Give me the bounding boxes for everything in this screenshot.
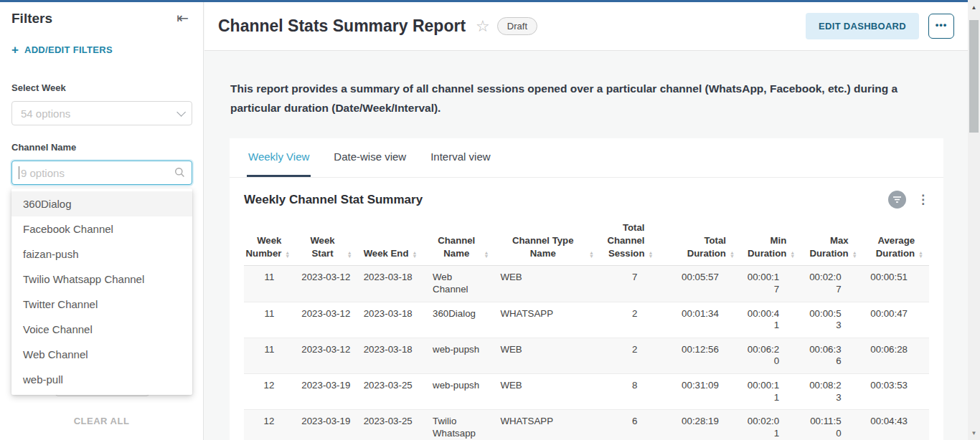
tab-weekly-view[interactable]: Weekly View — [247, 138, 311, 177]
select-week-dropdown[interactable]: 54 options — [11, 101, 192, 125]
scrollbar-thumb[interactable] — [969, 20, 979, 133]
column-header[interactable]: Week End▲▼ — [358, 219, 427, 266]
table-cell: 12 — [244, 374, 296, 410]
table-cell: 00:00:51 — [863, 266, 929, 302]
sort-icon[interactable]: ▲▼ — [730, 251, 735, 258]
table-row: 112023-03-122023-03-18Web ChannelWEB700:… — [244, 266, 929, 302]
table-cell: 00:02:01 — [740, 410, 801, 440]
column-header-label: Max Duration — [806, 234, 848, 260]
column-header[interactable]: Channel Type Name▲▼ — [494, 219, 600, 266]
scroll-up-icon[interactable]: ▲ — [968, 1, 980, 13]
vertical-scrollbar[interactable]: ▲ ▼ — [968, 0, 980, 440]
column-header[interactable]: Week Start▲▼ — [296, 219, 357, 266]
dropdown-option[interactable]: Facebook Channel — [11, 216, 192, 241]
channel-name-input[interactable] — [11, 161, 192, 185]
column-header[interactable]: Channel Name▲▼ — [427, 219, 494, 266]
table-cell: 12 — [244, 410, 296, 440]
channel-name-label: Channel Name — [11, 142, 76, 153]
table-cell: WEB — [494, 338, 600, 373]
table-cell: WHATSAPP — [494, 410, 600, 440]
column-header-label: Total Duration — [664, 234, 726, 260]
table-row: 112023-03-122023-03-18360DialogWHATSAPP2… — [244, 302, 929, 338]
clear-all-button[interactable]: CLEAR ALL — [0, 416, 203, 426]
dropdown-option[interactable]: faizan-push — [11, 241, 192, 267]
sort-icon[interactable]: ▲▼ — [285, 251, 290, 258]
table-row: 112023-03-122023-03-18web-pupshWEB200:12… — [244, 338, 929, 373]
table-cell: 2023-03-18 — [358, 302, 427, 338]
search-icon — [174, 167, 185, 178]
tab-date-wise-view[interactable]: Date-wise view — [332, 138, 407, 177]
sort-icon[interactable]: ▲▼ — [852, 251, 857, 258]
table-cell: 00:11:50 — [801, 410, 862, 440]
filters-title: Filters — [11, 11, 52, 27]
sort-icon[interactable]: ▲▼ — [648, 251, 653, 258]
dropdown-option[interactable]: web-pull — [11, 367, 192, 392]
table-cell: 11 — [244, 338, 296, 373]
table-cell: 2023-03-18 — [358, 266, 427, 302]
column-header-label: Week Number — [246, 234, 282, 260]
table-cell: 2023-03-12 — [296, 266, 357, 302]
page-title: Channel Stats Summary Report — [218, 16, 466, 36]
edit-dashboard-button[interactable]: EDIT DASHBOARD — [806, 13, 919, 39]
sort-icon[interactable]: ▲▼ — [790, 251, 795, 258]
table-cell: 00:00:47 — [863, 302, 929, 338]
chevron-down-icon — [176, 107, 186, 117]
table-cell: 00:31:09 — [659, 374, 740, 410]
column-header[interactable]: Max Duration▲▼ — [801, 219, 862, 266]
main-area: Channel Stats Summary Report ☆ Draft EDI… — [204, 2, 968, 440]
table-cell: 11 — [244, 266, 296, 302]
add-edit-filters-button[interactable]: + ADD/EDIT FILTERS — [11, 44, 113, 56]
table-cell: 2 — [600, 302, 659, 338]
column-header[interactable]: Total Channel Session▲▼ — [600, 219, 659, 266]
column-header[interactable]: Min Duration▲▼ — [740, 219, 801, 266]
dropdown-option[interactable]: Twilio Whatsapp Channel — [11, 267, 192, 292]
table-cell: 00:06:20 — [740, 338, 801, 373]
sort-icon[interactable]: ▲▼ — [484, 251, 489, 258]
report-description: This report provides a summary of all ch… — [230, 79, 906, 118]
table-cell: 2023-03-12 — [296, 302, 357, 338]
column-header[interactable]: Week Number▲▼ — [244, 219, 296, 266]
table-cell: 2023-03-19 — [296, 374, 357, 410]
column-header-label: Channel Type Name — [500, 234, 585, 260]
table-cell: 00:00:17 — [740, 266, 801, 302]
table-cell: 00:06:28 — [863, 338, 929, 373]
filter-icon[interactable] — [888, 191, 906, 209]
top-accent-bar — [0, 0, 968, 2]
star-icon[interactable]: ☆ — [476, 19, 490, 34]
channel-name-field — [11, 161, 192, 185]
kebab-menu-icon[interactable]: ⋮ — [917, 192, 929, 207]
sort-icon[interactable]: ▲▼ — [918, 251, 923, 258]
table-cell: 00:08:23 — [801, 374, 862, 410]
sort-icon[interactable]: ▲▼ — [347, 251, 352, 258]
dropdown-option[interactable]: Twitter Channel — [11, 292, 192, 317]
column-header[interactable]: Average Duration▲▼ — [863, 219, 929, 266]
table-cell: 8 — [600, 374, 659, 410]
card-body: Weekly Channel Stat Summary ⋮ Week Numbe… — [230, 178, 943, 440]
table-cell: WEB — [494, 266, 600, 302]
report-header: Channel Stats Summary Report ☆ Draft EDI… — [204, 2, 968, 51]
collapse-sidebar-icon[interactable]: ⇤ — [176, 9, 189, 27]
column-header[interactable]: Total Duration▲▼ — [659, 219, 740, 266]
more-options-button[interactable]: ••• — [928, 14, 954, 39]
scroll-down-icon[interactable]: ▼ — [968, 427, 980, 439]
sort-icon[interactable]: ▲▼ — [589, 251, 594, 258]
text-caret — [19, 166, 19, 179]
table-cell: 2023-03-12 — [296, 338, 357, 373]
column-header-label: Average Duration — [869, 234, 915, 260]
table-cell: web-pupsh — [427, 338, 494, 373]
tab-interval-view[interactable]: Interval view — [429, 138, 491, 177]
table-cell: Twilio Whatsapp Channel — [427, 410, 494, 440]
table-cell: 2023-03-25 — [358, 410, 427, 440]
dropdown-option[interactable]: Voice Channel — [11, 317, 192, 342]
tab-bar: Weekly ViewDate-wise viewInterval view — [230, 138, 943, 178]
channel-name-option-list: 360DialogFacebook Channelfaizan-pushTwil… — [11, 188, 192, 395]
table-cell: 11 — [244, 302, 296, 338]
sort-icon[interactable]: ▲▼ — [412, 251, 417, 258]
dropdown-option[interactable]: Web Channel — [11, 342, 192, 367]
add-edit-filters-label: ADD/EDIT FILTERS — [24, 44, 113, 55]
column-header-label: Week Start — [301, 234, 343, 260]
table-cell: 2 — [600, 338, 659, 373]
dropdown-option[interactable]: 360Dialog — [11, 191, 192, 216]
column-header-label: Week End — [364, 247, 409, 260]
plus-icon: + — [11, 44, 19, 56]
